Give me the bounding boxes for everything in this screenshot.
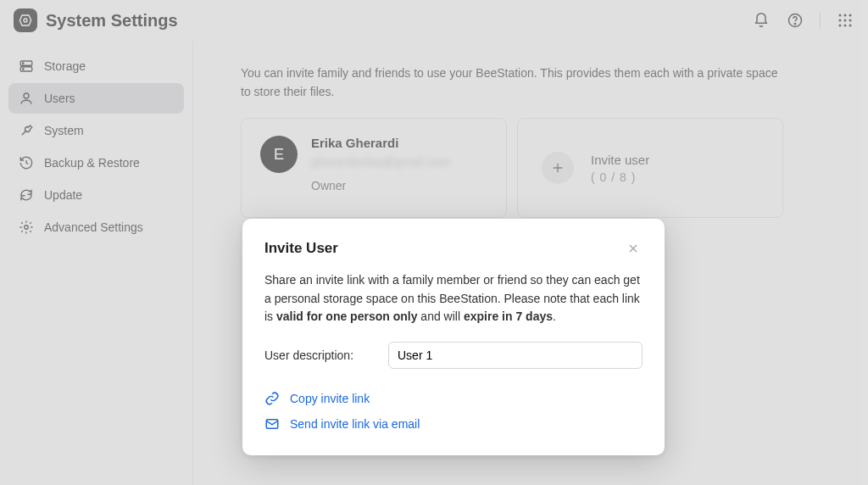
action-label: Send invite link via email: [290, 417, 420, 431]
modal-body-bold1: valid for one person only: [276, 309, 417, 323]
link-icon: [264, 391, 280, 406]
invite-user-modal: Invite User Share an invite link with a …: [242, 219, 665, 455]
modal-body: Share an invite link with a family membe…: [264, 271, 643, 326]
mail-icon: [264, 416, 280, 432]
modal-header: Invite User: [264, 239, 643, 258]
send-invite-email[interactable]: Send invite link via email: [264, 411, 643, 437]
modal-title: Invite User: [264, 240, 338, 257]
close-icon[interactable]: [624, 239, 643, 258]
user-description-input[interactable]: [388, 342, 643, 369]
modal-body-end: .: [553, 309, 556, 323]
modal-body-mid: and will: [417, 309, 463, 323]
action-label: Copy invite link: [290, 392, 370, 405]
field-label: User description:: [264, 348, 388, 362]
modal-body-bold2: expire in 7 days: [464, 309, 553, 323]
copy-invite-link[interactable]: Copy invite link: [264, 386, 643, 411]
user-description-field: User description:: [264, 342, 643, 369]
modal-overlay[interactable]: Invite User Share an invite link with a …: [0, 0, 868, 485]
